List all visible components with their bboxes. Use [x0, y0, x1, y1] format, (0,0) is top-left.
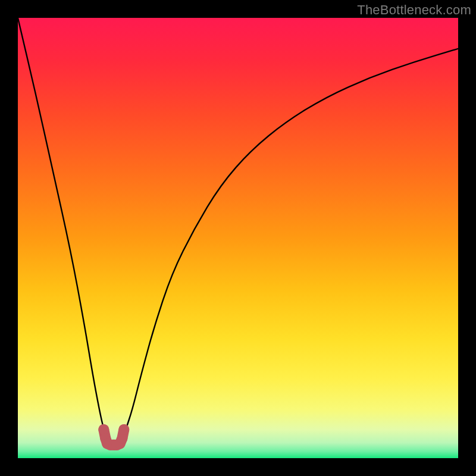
background-gradient [18, 18, 458, 458]
chart-frame: TheBottleneck.com [0, 0, 476, 476]
svg-rect-0 [18, 18, 458, 458]
watermark-text: TheBottleneck.com [357, 2, 471, 18]
plot-area [18, 18, 458, 458]
